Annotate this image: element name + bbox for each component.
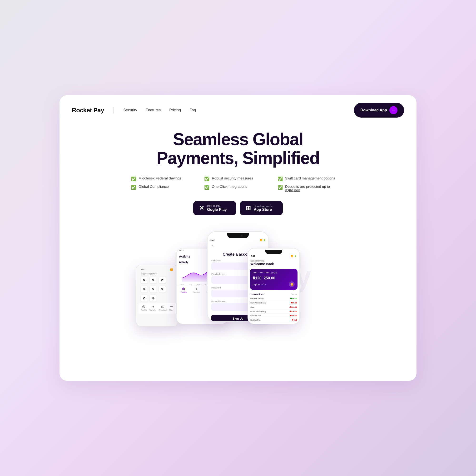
dark-card: •••• •••• •••• 1990 ₦120, 250.00 Expires…	[250, 269, 298, 290]
right-bottom-nav: Top Up Transfer Withdraw More	[248, 324, 299, 324]
app-store-button[interactable]: ⊞ Download on the App Store	[240, 201, 283, 215]
hero-section: Seamless Global Payments, Simplified ✅ M…	[60, 125, 416, 215]
svg-point-7	[171, 306, 171, 307]
far-left-phone-content: 9:41 📶 Supported platform ✕ ❋ ✿ ⊛ ✕ ❋ ✿ …	[136, 265, 178, 326]
nav-link-pricing[interactable]: Pricing	[169, 108, 181, 112]
back-button[interactable]: ←	[211, 244, 215, 248]
feature-item-1: ✅ Robust security measures	[204, 176, 272, 182]
nav-divider	[114, 107, 114, 114]
right-status: 9:41 📶 🔋	[248, 254, 299, 258]
left-nav-top-up[interactable]: Top Up	[181, 287, 187, 293]
transactions-header: Transactions See all	[250, 293, 297, 296]
right-notch	[265, 250, 282, 254]
check-icon-0: ✅	[131, 176, 136, 182]
transaction-4: Grabble Pro -₦400.00	[250, 314, 297, 318]
google-play-button[interactable]: ✕ GET IT ON Gogle Play	[193, 201, 236, 215]
store-buttons: ✕ GET IT ON Gogle Play ⊞ Download on the…	[72, 201, 404, 215]
transaction-0: Receive Money +₦50.00	[250, 297, 297, 301]
card-bottom: Expires 12/25 ♊	[253, 281, 295, 287]
left-nav-transfer[interactable]: Transfer	[192, 287, 200, 293]
phone-right: 9:41 📶 🔋 Good morning, Welcome Back ••••…	[248, 248, 300, 324]
nav-link-faq[interactable]: Faq	[189, 108, 196, 112]
features-grid: ✅ Middlesex Federal Savings ✅ Robust sec…	[131, 176, 345, 192]
phones-area: Rocket Pay 9:41 📶 Supported platform ✕ ❋…	[60, 227, 416, 326]
arrow-icon: →	[389, 106, 397, 114]
phone-far-left: 9:41 📶 Supported platform ✕ ❋ ✿ ⊛ ✕ ❋ ✿ …	[136, 265, 178, 326]
svg-point-8	[172, 306, 172, 307]
nav-withdraw[interactable]: Withdraw	[159, 305, 167, 311]
transaction-1: Swift Money Bank -₦50.00	[250, 301, 297, 305]
platform-icon-5: ❋	[159, 286, 166, 292]
nav-transfer[interactable]: Transfer	[149, 305, 156, 311]
far-left-status: 9:41 📶	[138, 268, 176, 271]
platform-icon-1: ❋	[150, 277, 157, 284]
navbar: Rocket Pay Security Features Pricing Faq…	[60, 95, 416, 125]
app-store-text: Download on the App Store	[254, 205, 273, 212]
transaction-2: Gym -₦100.00	[250, 305, 297, 309]
nav-link-security[interactable]: Security	[123, 108, 137, 112]
platform-icon-4: ✕	[150, 286, 157, 292]
center-phone-header: ←	[207, 242, 269, 249]
supported-platform-section: Supported platform ✕ ❋ ✿ ⊛ ✕ ❋ ✿ ⊛	[138, 271, 176, 303]
svg-point-6	[170, 306, 171, 307]
center-notch-area	[207, 232, 269, 238]
welcome-header: Good morning, Welcome Back	[248, 258, 299, 267]
check-icon-4: ✅	[204, 185, 209, 190]
nav-top-up[interactable]: Top Up	[141, 305, 147, 311]
feature-item-3: ✅ Global Compliance	[131, 185, 199, 192]
platform-icon-0: ✕	[141, 277, 148, 284]
check-icon-3: ✅	[131, 185, 136, 190]
check-icon-1: ✅	[204, 176, 209, 182]
far-left-bottom-nav: Top Up Transfer Withdraw More	[138, 303, 176, 313]
card-icon: ♊	[289, 281, 295, 287]
feature-item-0: ✅ Middlesex Federal Savings	[131, 176, 199, 182]
feature-item-2: ✅ Swift card management options	[277, 176, 345, 182]
nav-more[interactable]: More	[169, 305, 173, 311]
transactions-list: Transactions See all Receive Money +₦50.…	[248, 292, 299, 324]
feature-item-5: ✅ Deposits are protected up to $250,000	[277, 185, 345, 192]
google-play-icon: ✕	[199, 204, 204, 212]
google-play-text: GET IT ON Gogle Play	[207, 205, 227, 212]
nav-links: Security Features Pricing Faq	[123, 108, 196, 112]
platform-icon-6: ✿	[141, 295, 148, 302]
check-icon-5: ✅	[277, 185, 283, 190]
camera	[241, 235, 242, 237]
apple-icon: ⊞	[246, 204, 251, 212]
hero-title: Seamless Global Payments, Simplified	[155, 130, 321, 168]
logo: Rocket Pay	[72, 107, 104, 114]
platform-icons: ✕ ❋ ✿ ⊛ ✕ ❋ ✿ ⊛	[141, 277, 173, 302]
right-phone-content: 9:41 📶 🔋 Good morning, Welcome Back ••••…	[248, 249, 299, 324]
right-notch-area	[248, 249, 299, 254]
nav-link-features[interactable]: Features	[146, 108, 161, 112]
platform-icon-3: ⊛	[141, 286, 148, 292]
main-card: Rocket Pay Security Features Pricing Faq…	[60, 95, 416, 381]
download-app-label: Download App	[360, 108, 387, 112]
center-status: 9:41 📶 🔋	[207, 238, 269, 242]
nav-right: Download App →	[354, 103, 404, 118]
platform-icon-2: ✿	[159, 277, 166, 284]
check-icon-2: ✅	[277, 176, 283, 182]
center-notch	[227, 233, 249, 238]
transaction-3: Blossom Shopping -₦250.00	[250, 309, 297, 314]
feature-item-4: ✅ One-Click Integrations	[204, 185, 272, 192]
download-app-button[interactable]: Download App →	[354, 103, 404, 118]
platform-icon-7: ⊛	[150, 295, 157, 302]
transaction-5: Shildon Pro -₦41.0	[250, 318, 297, 322]
